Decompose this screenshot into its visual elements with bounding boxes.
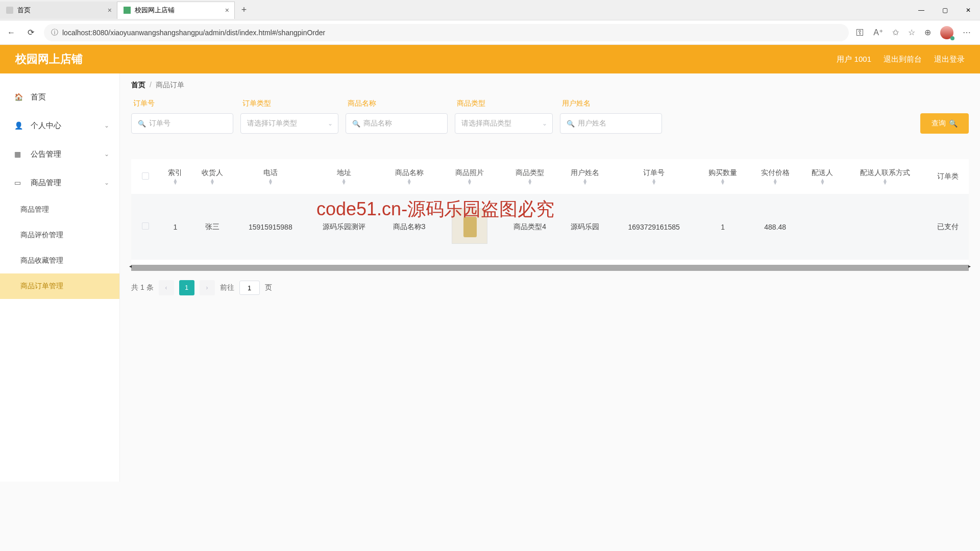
th-courier[interactable]: 配送人▲▼ — [801, 159, 844, 194]
label-user-name: 用户姓名 — [560, 99, 662, 108]
profile-avatar[interactable] — [940, 26, 953, 39]
close-icon[interactable]: × — [225, 6, 229, 14]
sidebar-sub-product-collect[interactable]: 商品收藏管理 — [0, 248, 119, 273]
sidebar-sub-product-manage[interactable]: 商品管理 — [0, 197, 119, 222]
url-input[interactable]: ⓘ localhost:8080/xiaoyuanwangshangshangp… — [44, 24, 849, 41]
window-controls: — ▢ ✕ — [910, 0, 980, 20]
next-page-button[interactable]: › — [200, 280, 215, 295]
breadcrumb: 首页/商品订单 — [131, 81, 969, 90]
cell-receiver: 张三 — [191, 194, 234, 260]
home-icon: 🏠 — [14, 93, 23, 101]
cell-user-name: 源码乐园 — [559, 194, 611, 260]
th-order-type[interactable]: 订单类 — [926, 159, 969, 194]
goto-page-input[interactable] — [239, 281, 260, 295]
tab-label: 首页 — [17, 6, 31, 15]
close-icon[interactable]: × — [108, 6, 112, 14]
app-header: 校园网上店铺 用户 1001 退出到前台 退出登录 — [0, 45, 980, 73]
total-count: 共 1 条 — [131, 283, 154, 292]
sidebar-sub-product-order[interactable]: 商品订单管理 — [0, 273, 119, 299]
product-type-select[interactable]: 请选择商品类型⌄ — [455, 113, 553, 134]
tab-home[interactable]: 首页 × — [0, 2, 117, 19]
cell-address: 源码乐园测评 — [307, 194, 380, 260]
page-button-1[interactable]: 1 — [179, 280, 194, 295]
label-order-type: 订单类型 — [240, 99, 338, 108]
browser-tab-bar: 首页 × 校园网上店铺 × + — ▢ ✕ — [0, 0, 980, 20]
th-address[interactable]: 地址▲▼ — [307, 159, 380, 194]
logout-link[interactable]: 退出登录 — [934, 55, 965, 64]
address-bar: ← ⟳ ⓘ localhost:8080/xiaoyuanwangshangsh… — [0, 20, 980, 45]
order-type-select[interactable]: 请选择订单类型⌄ — [240, 113, 338, 134]
user-label[interactable]: 用户 1001 — [837, 55, 871, 64]
tab-app[interactable]: 校园网上店铺 × — [117, 2, 235, 19]
favorites-icon[interactable]: ☆ — [908, 28, 915, 37]
cell-courier — [801, 194, 844, 260]
page-icon — [124, 7, 131, 14]
cell-order-type: 已支付 — [926, 194, 969, 260]
th-product-name[interactable]: 商品名称▲▼ — [380, 159, 438, 194]
cell-product-photo — [438, 194, 501, 260]
minimize-button[interactable]: — — [910, 0, 933, 20]
table-row[interactable]: 1 张三 15915915988 源码乐园测评 商品名称3 商品类型4 源码乐园… — [131, 194, 969, 260]
key-icon[interactable]: ⚿ — [856, 28, 864, 37]
th-order-no[interactable]: 订单号▲▼ — [611, 159, 697, 194]
goto-suffix: 页 — [265, 283, 272, 292]
sidebar-item-home[interactable]: 🏠首页 — [0, 83, 119, 111]
label-product-name: 商品名称 — [346, 99, 448, 108]
cell-product-name: 商品名称3 — [380, 194, 438, 260]
sidebar-sub-product-review[interactable]: 商品评价管理 — [0, 222, 119, 248]
tab-label: 校园网上店铺 — [135, 6, 175, 15]
cell-order-no: 1693729161585 — [611, 194, 697, 260]
th-qty[interactable]: 购买数量▲▼ — [697, 159, 749, 194]
chevron-down-icon: ⌄ — [104, 122, 109, 129]
menu-icon[interactable]: ⋯ — [963, 28, 971, 37]
th-user-name[interactable]: 用户姓名▲▼ — [559, 159, 611, 194]
page-icon — [6, 7, 13, 14]
product-name-input[interactable]: 🔍商品名称 — [346, 113, 448, 134]
search-icon: 🔍 — [352, 120, 360, 128]
notice-icon: ▦ — [14, 150, 23, 158]
close-button[interactable]: ✕ — [957, 0, 980, 20]
chevron-down-icon: ⌄ — [104, 179, 109, 186]
th-courier-contact[interactable]: 配送人联系方式▲▼ — [844, 159, 927, 194]
th-price[interactable]: 实付价格▲▼ — [749, 159, 801, 194]
chevron-down-icon: ⌄ — [104, 151, 109, 158]
refresh-button[interactable]: ⟳ — [24, 27, 37, 39]
maximize-button[interactable]: ▢ — [933, 0, 957, 20]
th-product-photo[interactable]: 商品照片▲▼ — [438, 159, 501, 194]
info-icon: ⓘ — [51, 28, 58, 37]
horizontal-scrollbar[interactable] — [131, 265, 969, 271]
new-tab-button[interactable]: + — [235, 5, 253, 15]
th-index[interactable]: 索引▲▼ — [159, 159, 191, 194]
label-order-no: 订单号 — [131, 99, 233, 108]
select-all-checkbox[interactable] — [142, 172, 149, 180]
th-phone[interactable]: 电话▲▼ — [233, 159, 307, 194]
sidebar-item-product[interactable]: ▭商品管理⌄ — [0, 168, 119, 197]
product-icon: ▭ — [14, 179, 23, 187]
sidebar-item-notice[interactable]: ▦公告管理⌄ — [0, 140, 119, 168]
chevron-down-icon: ⌄ — [328, 120, 333, 127]
chevron-down-icon: ⌄ — [542, 120, 547, 127]
prev-page-button[interactable]: ‹ — [159, 280, 174, 295]
collections-icon[interactable]: ⊕ — [924, 28, 931, 37]
cell-courier-contact — [844, 194, 927, 260]
search-icon: 🔍 — [567, 120, 575, 128]
goto-prefix: 前往 — [220, 283, 234, 292]
search-button[interactable]: 查询🔍 — [920, 113, 969, 134]
order-table: 索引▲▼ 收货人▲▼ 电话▲▼ 地址▲▼ 商品名称▲▼ 商品照片▲▼ 商品类型▲… — [131, 159, 969, 271]
search-bar: 订单号 🔍订单号 订单类型 请选择订单类型⌄ 商品名称 🔍商品名称 商品类型 请… — [131, 99, 969, 134]
star-icon[interactable]: ✩ — [892, 28, 899, 37]
th-product-type[interactable]: 商品类型▲▼ — [501, 159, 559, 194]
to-front-link[interactable]: 退出到前台 — [884, 55, 922, 64]
sidebar: 🏠首页 👤个人中心⌄ ▦公告管理⌄ ▭商品管理⌄ 商品管理 商品评价管理 商品收… — [0, 73, 120, 482]
url-text: localhost:8080/xiaoyuanwangshangshangpu/… — [62, 29, 325, 37]
user-name-input[interactable]: 🔍用户姓名 — [560, 113, 662, 134]
cell-product-type: 商品类型4 — [501, 194, 559, 260]
cell-qty: 1 — [697, 194, 749, 260]
th-receiver[interactable]: 收货人▲▼ — [191, 159, 234, 194]
back-button[interactable]: ← — [5, 27, 17, 39]
read-aloud-icon[interactable]: A⁺ — [873, 28, 883, 37]
order-no-input[interactable]: 🔍订单号 — [131, 113, 233, 134]
search-icon: 🔍 — [949, 119, 958, 128]
sidebar-item-profile[interactable]: 👤个人中心⌄ — [0, 111, 119, 140]
row-checkbox[interactable] — [142, 222, 149, 230]
